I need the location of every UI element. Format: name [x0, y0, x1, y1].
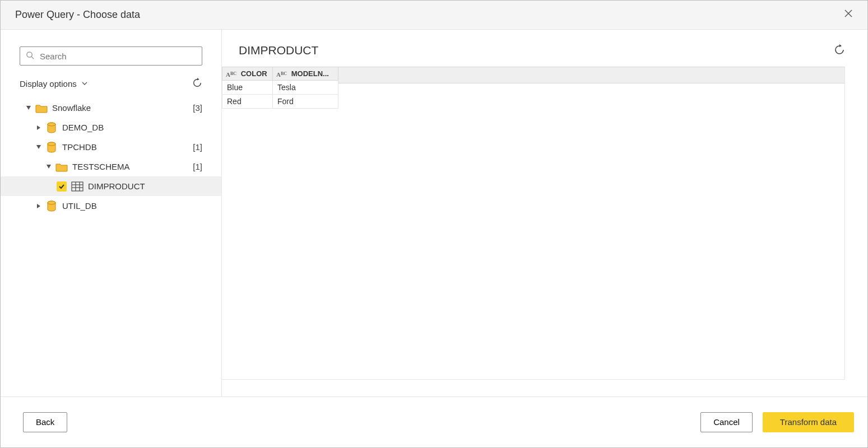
tree-label: UTIL_DB: [62, 201, 202, 211]
cell-color: Red: [222, 95, 273, 109]
preview-table-container: ABC COLOR ABC MODELN... Blue Tesla: [222, 67, 845, 380]
tree-node-snowflake[interactable]: Snowflake [3]: [1, 98, 221, 118]
preview-table: ABC COLOR ABC MODELN... Blue Tesla: [222, 67, 338, 109]
database-icon: [45, 122, 58, 134]
cancel-button[interactable]: Cancel: [700, 412, 753, 432]
table-row[interactable]: Red Ford: [222, 95, 338, 109]
svg-marker-17: [37, 204, 40, 208]
preview-title: DIMPRODUCT: [239, 44, 318, 57]
table-row[interactable]: Blue Tesla: [222, 81, 338, 95]
tree-count: [1]: [193, 142, 202, 152]
database-icon: [45, 200, 58, 212]
tree-node-dimproduct[interactable]: DIMPRODUCT: [1, 176, 221, 196]
tree-label: DIMPRODUCT: [88, 181, 202, 191]
chevron-down-icon: [81, 79, 88, 88]
svg-marker-8: [36, 145, 41, 149]
tree-node-tpchdb[interactable]: TPCHDB [1]: [1, 137, 221, 157]
column-label: MODELN...: [291, 69, 329, 78]
back-button[interactable]: Back: [23, 412, 67, 432]
table-icon: [71, 180, 83, 193]
text-type-icon: ABC: [226, 71, 236, 78]
tree-label: TESTSCHEMA: [72, 162, 193, 171]
tree-node-util-db[interactable]: UTIL_DB: [1, 196, 221, 216]
cell-model: Tesla: [273, 81, 338, 95]
folder-icon: [55, 161, 68, 173]
header-background: [338, 67, 844, 83]
search-field[interactable]: [39, 51, 196, 62]
titlebar: Power Query - Choose data: [1, 1, 867, 30]
database-icon: [45, 141, 58, 153]
text-type-icon: ABC: [276, 71, 287, 78]
tree-label: DEMO_DB: [62, 123, 202, 132]
cell-color: Blue: [222, 81, 273, 95]
search-icon: [26, 51, 34, 61]
svg-line-3: [31, 57, 34, 59]
svg-marker-5: [37, 125, 40, 130]
svg-point-19: [48, 201, 55, 204]
svg-marker-4: [26, 106, 31, 110]
column-label: COLOR: [241, 69, 267, 78]
chevron-right-icon: [35, 203, 42, 209]
checkbox-checked-icon[interactable]: [57, 181, 67, 192]
tree-count: [1]: [193, 162, 202, 171]
display-options-label: Display options: [20, 79, 77, 88]
navigator-sidebar: Display options Snowflake [3]: [1, 30, 222, 396]
svg-marker-11: [47, 165, 51, 169]
preview-panel: DIMPRODUCT ABC COLOR ABC MODELN...: [222, 30, 867, 396]
svg-point-7: [48, 123, 55, 126]
main-area: Display options Snowflake [3]: [1, 30, 867, 396]
svg-point-10: [48, 142, 55, 146]
window-title: Power Query - Choose data: [15, 9, 140, 21]
chevron-right-icon: [35, 124, 42, 131]
navigator-tree: Snowflake [3] DEMO_DB: [1, 98, 221, 216]
svg-point-2: [27, 52, 32, 57]
column-header-modelname[interactable]: ABC MODELN...: [273, 67, 338, 81]
folder-icon: [35, 102, 48, 114]
tree-node-demo-db[interactable]: DEMO_DB: [1, 118, 221, 137]
chevron-down-icon: [35, 144, 42, 151]
close-icon[interactable]: [839, 7, 857, 23]
svg-rect-12: [72, 182, 83, 191]
tree-label: Snowflake: [52, 103, 193, 113]
tree-node-testschema[interactable]: TESTSCHEMA [1]: [1, 157, 221, 176]
footer: Back Cancel Transform data: [1, 396, 867, 447]
tree-label: TPCHDB: [62, 142, 193, 152]
chevron-down-icon: [25, 105, 32, 111]
cell-model: Ford: [273, 95, 338, 109]
refresh-preview-icon[interactable]: [834, 44, 845, 57]
search-input[interactable]: [20, 46, 202, 66]
column-header-color[interactable]: ABC COLOR: [222, 67, 273, 81]
chevron-down-icon: [45, 164, 52, 170]
refresh-tree-icon[interactable]: [192, 78, 202, 90]
tree-count: [3]: [193, 103, 202, 113]
display-options-dropdown[interactable]: Display options: [20, 79, 88, 88]
transform-data-button[interactable]: Transform data: [763, 412, 854, 432]
